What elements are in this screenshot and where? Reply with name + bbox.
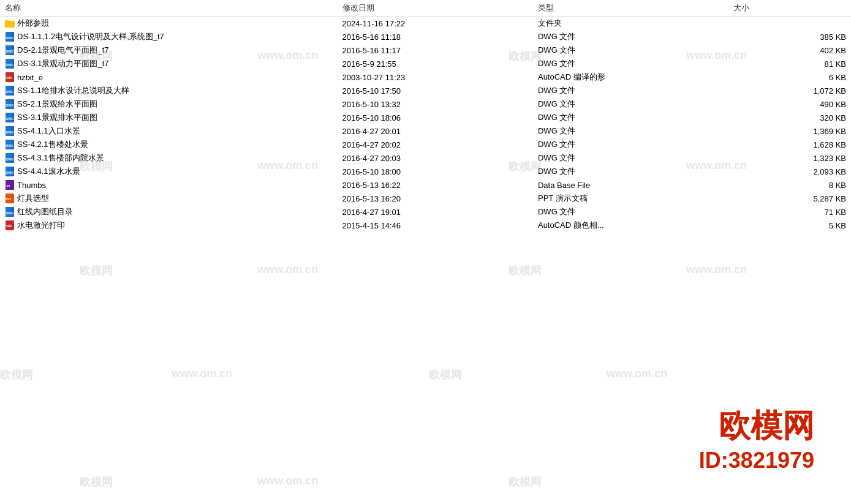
table-row[interactable]: DWGSS-4.4.1滚水水景2016-5-10 18:00DWG 文件2,09…: [0, 165, 851, 178]
watermark: 欧模网: [509, 263, 542, 278]
svg-text:DWG: DWG: [6, 130, 13, 134]
table-row[interactable]: DBThumbs2016-5-13 16:22Data Base File8 K…: [0, 178, 851, 192]
file-name-label: DS-1.1,1.2电气设计说明及大样,系统图_t7: [17, 31, 164, 42]
table-row[interactable]: DWG红线内图纸目录2016-4-27 19:01DWG 文件71 KB: [0, 205, 851, 219]
svg-text:DWG: DWG: [6, 211, 13, 215]
brand-name: 欧模网: [699, 405, 814, 448]
svg-text:PPT: PPT: [6, 198, 12, 201]
file-name-label: Thumbs: [17, 181, 46, 190]
file-table: 名称 修改日期 类型 大小 外部参照2024-11-16 17:22文件夹DWG…: [0, 0, 851, 232]
col-header-date[interactable]: 修改日期: [338, 0, 533, 17]
svg-text:DWG: DWG: [6, 103, 13, 107]
file-type-cell: DWG 文件: [533, 138, 728, 151]
file-date-cell: 2016-4-27 20:03: [338, 151, 533, 165]
file-name-cell: SHX水电激光打印: [0, 219, 338, 232]
col-header-size[interactable]: 大小: [728, 0, 851, 17]
file-date-cell: 2016-5-10 18:06: [338, 111, 533, 124]
svg-text:SHX: SHX: [6, 77, 12, 80]
file-date-cell: 2016-5-13 16:20: [338, 192, 533, 205]
file-type-cell: Data Base File: [533, 178, 728, 192]
file-type-cell: DWG 文件: [533, 151, 728, 165]
file-size-cell: 6 KB: [728, 70, 851, 84]
file-size-cell: 1,323 KB: [728, 151, 851, 165]
file-size-cell: 490 KB: [728, 97, 851, 111]
svg-text:DWG: DWG: [6, 171, 13, 175]
file-date-cell: 2016-4-27 19:01: [338, 205, 533, 219]
file-name-label: 水电激光打印: [17, 220, 65, 231]
table-row[interactable]: SHX水电激光打印2015-4-15 14:46AutoCAD 颜色相...5 …: [0, 219, 851, 232]
file-name-cell: 外部参照: [0, 17, 338, 31]
table-row[interactable]: DWGSS-2.1景观给水平面图2016-5-10 13:32DWG 文件490…: [0, 97, 851, 111]
file-name-cell: DWGSS-1.1给排水设计总说明及大样: [0, 84, 338, 97]
col-header-name[interactable]: 名称: [0, 0, 338, 17]
table-row[interactable]: DWGSS-1.1给排水设计总说明及大样2016-5-10 17:50DWG 文…: [0, 84, 851, 97]
svg-text:SHX: SHX: [6, 225, 12, 228]
file-size-cell: 81 KB: [728, 57, 851, 70]
table-row[interactable]: DWGSS-3.1景观排水平面图2016-5-10 18:06DWG 文件320…: [0, 111, 851, 124]
file-date-cell: 2015-4-15 14:46: [338, 219, 533, 232]
file-date-cell: 2016-5-16 11:18: [338, 30, 533, 43]
svg-text:DB: DB: [7, 184, 10, 187]
file-name-label: DS-3.1景观动力平面图_t7: [17, 58, 109, 69]
file-type-cell: DWG 文件: [533, 84, 728, 97]
table-header: 名称 修改日期 类型 大小: [0, 0, 851, 17]
file-name-label: SS-4.2.1售楼处水景: [17, 139, 88, 150]
file-type-cell: DWG 文件: [533, 97, 728, 111]
table-row[interactable]: DWGSS-4.3.1售楼部内院水景2016-4-27 20:03DWG 文件1…: [0, 151, 851, 165]
file-name-label: 外部参照: [17, 18, 49, 29]
table-row[interactable]: PPT灯具选型2016-5-13 16:20PPT 演示文稿5,287 KB: [0, 192, 851, 205]
file-name-label: hztxt_e: [17, 73, 43, 82]
svg-text:DWG: DWG: [6, 144, 13, 148]
file-type-cell: DWG 文件: [533, 124, 728, 138]
table-row[interactable]: DWGDS-2.1景观电气平面图_t72016-5-16 11:17DWG 文件…: [0, 43, 851, 57]
file-size-cell: 320 KB: [728, 111, 851, 124]
file-size-cell: 5 KB: [728, 219, 851, 232]
table-row[interactable]: DWGSS-4.1.1入口水景2016-4-27 20:01DWG 文件1,36…: [0, 124, 851, 138]
file-type-cell: DWG 文件: [533, 43, 728, 57]
table-row[interactable]: DWGSS-4.2.1售楼处水景2016-4-27 20:02DWG 文件1,6…: [0, 138, 851, 151]
file-size-cell: 71 KB: [728, 205, 851, 219]
svg-text:DWG: DWG: [6, 117, 13, 121]
file-date-cell: 2016-4-27 20:01: [338, 124, 533, 138]
file-date-cell: 2016-5-10 17:50: [338, 84, 533, 97]
svg-text:DWG: DWG: [6, 50, 13, 53]
watermark: www.om.cn: [686, 263, 747, 276]
table-row[interactable]: SHXhztxt_e2003-10-27 11:23AutoCAD 编译的形6 …: [0, 70, 851, 84]
table-row[interactable]: DWGDS-1.1,1.2电气设计说明及大样,系统图_t72016-5-16 1…: [0, 30, 851, 43]
file-name-cell: DWGSS-4.3.1售楼部内院水景: [0, 151, 338, 165]
file-name-label: SS-2.1景观给水平面图: [17, 99, 97, 110]
file-name-cell: DWG红线内图纸目录: [0, 205, 338, 219]
col-header-type[interactable]: 类型: [533, 0, 728, 17]
table-row[interactable]: 外部参照2024-11-16 17:22文件夹: [0, 17, 851, 31]
file-name-label: DS-2.1景观电气平面图_t7: [17, 45, 109, 56]
watermark: www.om.cn: [607, 367, 667, 380]
file-type-cell: PPT 演示文稿: [533, 192, 728, 205]
file-size-cell: 385 KB: [728, 30, 851, 43]
file-name-cell: DWGSS-4.1.1入口水景: [0, 124, 338, 138]
file-type-cell: DWG 文件: [533, 30, 728, 43]
file-name-label: SS-4.4.1滚水水景: [17, 166, 80, 177]
file-name-label: SS-4.3.1售楼部内院水景: [17, 152, 104, 164]
file-type-cell: DWG 文件: [533, 111, 728, 124]
file-type-cell: AutoCAD 编译的形: [533, 70, 728, 84]
watermark: 欧模网: [80, 263, 113, 278]
file-name-label: SS-4.1.1入口水景: [17, 126, 80, 137]
file-name-cell: DWGSS-3.1景观排水平面图: [0, 111, 338, 124]
brand-id: ID:3821979: [699, 448, 814, 473]
file-name-cell: DWGSS-2.1景观给水平面图: [0, 97, 338, 111]
file-type-cell: AutoCAD 颜色相...: [533, 219, 728, 232]
file-name-label: SS-3.1景观排水平面图: [17, 112, 97, 123]
file-date-cell: 2016-5-9 21:55: [338, 57, 533, 70]
table-row[interactable]: DWGDS-3.1景观动力平面图_t72016-5-9 21:55DWG 文件8…: [0, 57, 851, 70]
svg-rect-2: [5, 20, 9, 21]
file-name-cell: PPT灯具选型: [0, 192, 338, 205]
watermark: www.om.cn: [257, 263, 318, 276]
watermark: 欧模网: [429, 367, 462, 382]
file-date-cell: 2016-5-16 11:17: [338, 43, 533, 57]
file-size-cell: [728, 17, 851, 31]
file-name-label: SS-1.1给排水设计总说明及大样: [17, 85, 129, 96]
file-size-cell: 1,369 KB: [728, 124, 851, 138]
file-date-cell: 2016-5-10 18:00: [338, 165, 533, 178]
file-name-cell: DWGDS-1.1,1.2电气设计说明及大样,系统图_t7: [0, 30, 338, 43]
file-name-cell: DWGSS-4.4.1滚水水景: [0, 165, 338, 178]
